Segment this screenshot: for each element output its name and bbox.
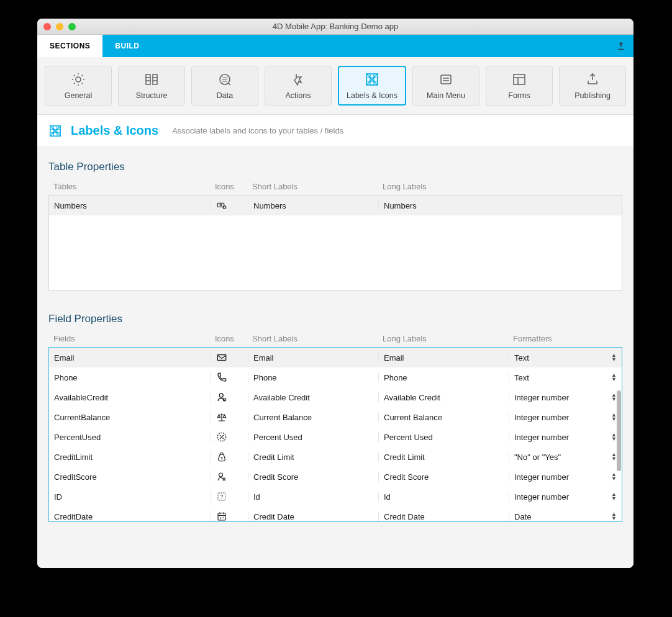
app-window: 4D Mobile App: Banking Demo app SECTIONS… <box>37 19 633 568</box>
field-formatter-cell[interactable]: Integer number▲▼ <box>509 472 622 482</box>
field-short-label-cell[interactable]: Credit Limit <box>248 453 378 462</box>
stepper-icon[interactable]: ▲▼ <box>611 472 617 481</box>
field-long-label-cell[interactable]: Credit Limit <box>378 453 509 462</box>
section-button-data[interactable]: Data <box>191 66 258 106</box>
field-row[interactable]: AvailableCreditAvailable CreditAvailable… <box>49 387 622 407</box>
section-button-label: General <box>65 91 92 100</box>
section-button-label: Main Menu <box>427 91 465 100</box>
col-fields-header: Fields <box>48 334 210 343</box>
field-name-cell: CreditScore <box>49 472 211 482</box>
badge-icon[interactable] <box>211 471 248 482</box>
labels-icon <box>48 124 62 138</box>
question-icon[interactable] <box>211 491 248 502</box>
money-icon[interactable] <box>211 200 248 211</box>
field-formatter-cell[interactable]: Integer number▲▼ <box>509 393 622 402</box>
field-short-label-cell[interactable]: Phone <box>248 373 378 382</box>
field-long-label-cell[interactable]: Email <box>378 353 509 363</box>
field-name-cell: AvailableCredit <box>49 393 211 402</box>
stepper-icon[interactable]: ▲▼ <box>611 353 617 362</box>
tab-build[interactable]: BUILD <box>102 35 152 57</box>
phone-icon[interactable] <box>211 372 248 383</box>
stepper-icon[interactable]: ▲▼ <box>611 393 617 402</box>
stepper-icon[interactable]: ▲▼ <box>611 453 617 461</box>
field-row[interactable]: PhonePhonePhoneText▲▼ <box>49 367 622 387</box>
section-nav: GeneralStructureDataActionsLabels & Icon… <box>37 57 633 115</box>
upload-icon[interactable] <box>615 35 627 57</box>
field-formatter-cell[interactable]: Date▲▼ <box>509 512 622 521</box>
section-button-label: Actions <box>286 91 311 100</box>
field-formatter-cell[interactable]: Text▲▼ <box>509 353 622 363</box>
bag-icon[interactable] <box>211 451 248 462</box>
actions-icon <box>290 71 306 88</box>
section-button-main-menu[interactable]: Main Menu <box>412 66 479 106</box>
field-row[interactable]: PercentUsedPercent UsedPercent UsedInteg… <box>49 427 622 447</box>
section-button-label: Data <box>217 91 233 100</box>
stepper-icon[interactable]: ▲▼ <box>611 492 617 501</box>
page-heading: Labels & Icons Associate labels and icon… <box>37 115 633 147</box>
top-tabs: SECTIONS BUILD <box>37 35 633 57</box>
col-tables-header: Tables <box>48 182 210 191</box>
structure-icon <box>143 71 160 88</box>
field-short-label-cell[interactable]: Email <box>248 353 378 363</box>
section-button-actions[interactable]: Actions <box>265 66 332 106</box>
calendar-icon[interactable] <box>211 511 248 521</box>
field-name-cell: Phone <box>49 373 211 382</box>
section-button-forms[interactable]: Forms <box>486 66 553 106</box>
field-row[interactable]: CreditDateCredit DateCredit DateDate▲▼ <box>49 507 622 521</box>
table-long-label-cell[interactable]: Numbers <box>378 201 509 210</box>
field-formatter-cell[interactable]: Integer number▲▼ <box>509 433 622 442</box>
table-row[interactable]: NumbersNumbersNumbers <box>49 196 622 215</box>
field-long-label-cell[interactable]: Credit Score <box>378 472 509 482</box>
field-name-cell: ID <box>49 492 211 502</box>
field-row[interactable]: EmailEmailEmailText▲▼ <box>49 348 622 367</box>
stepper-icon[interactable]: ▲▼ <box>611 373 617 382</box>
field-short-label-cell[interactable]: Credit Date <box>248 512 378 521</box>
field-row[interactable]: IDIdIdInteger number▲▼ <box>49 487 622 507</box>
field-formatter-cell[interactable]: "No" or "Yes"▲▼ <box>509 453 622 462</box>
field-formatter-cell[interactable]: Integer number▲▼ <box>509 413 622 422</box>
section-button-general[interactable]: General <box>45 66 112 106</box>
section-button-publishing[interactable]: Publishing <box>559 66 626 106</box>
stepper-icon[interactable]: ▲▼ <box>611 413 617 421</box>
field-short-label-cell[interactable]: Available Credit <box>248 393 378 402</box>
field-formatter-cell[interactable]: Integer number▲▼ <box>509 492 622 502</box>
stepper-icon[interactable]: ▲▼ <box>611 512 617 521</box>
field-name-cell: CreditDate <box>49 512 211 521</box>
field-short-label-cell[interactable]: Current Balance <box>248 413 378 422</box>
person-icon[interactable] <box>211 392 248 403</box>
field-long-label-cell[interactable]: Current Balance <box>378 413 509 422</box>
page-subtitle: Associate labels and icons to your table… <box>172 126 343 135</box>
field-row[interactable]: CreditScoreCredit ScoreCredit ScoreInteg… <box>49 467 622 487</box>
field-formatter-cell[interactable]: Text▲▼ <box>509 373 622 382</box>
section-button-label: Publishing <box>574 91 611 100</box>
section-button-label: Structure <box>136 91 168 100</box>
tab-sections[interactable]: SECTIONS <box>37 35 102 57</box>
field-long-label-cell[interactable]: Phone <box>378 373 509 382</box>
table-name-cell: Numbers <box>49 201 211 210</box>
col-flong-header: Long Labels <box>378 334 508 343</box>
field-long-label-cell[interactable]: Credit Date <box>378 512 509 521</box>
scrollbar-thumb[interactable] <box>617 390 621 471</box>
field-row[interactable]: CurrentBalanceCurrent BalanceCurrent Bal… <box>49 407 622 427</box>
table-short-label-cell[interactable]: Numbers <box>248 201 378 210</box>
field-short-label-cell[interactable]: Id <box>248 492 378 502</box>
stepper-icon[interactable]: ▲▼ <box>611 433 617 441</box>
field-long-label-cell[interactable]: Id <box>378 492 509 502</box>
labels-icon <box>364 71 380 88</box>
page-title: Labels & Icons <box>71 124 158 138</box>
field-short-label-cell[interactable]: Credit Score <box>248 472 378 482</box>
section-button-label: Forms <box>508 91 530 100</box>
section-button-structure[interactable]: Structure <box>118 66 185 106</box>
field-name-cell: PercentUsed <box>49 433 211 442</box>
field-properties-title: Field Properties <box>48 313 622 325</box>
field-long-label-cell[interactable]: Percent Used <box>378 433 509 442</box>
menu-icon <box>438 71 454 88</box>
scale-icon[interactable] <box>211 412 248 423</box>
percent-icon[interactable] <box>211 431 248 443</box>
field-long-label-cell[interactable]: Available Credit <box>378 393 509 402</box>
section-button-label: Labels & Icons <box>347 91 397 100</box>
mail-icon[interactable] <box>211 352 248 363</box>
section-button-labels-icons[interactable]: Labels & Icons <box>338 66 406 106</box>
field-row[interactable]: CreditLimitCredit LimitCredit Limit"No" … <box>49 447 622 467</box>
field-short-label-cell[interactable]: Percent Used <box>248 433 378 442</box>
